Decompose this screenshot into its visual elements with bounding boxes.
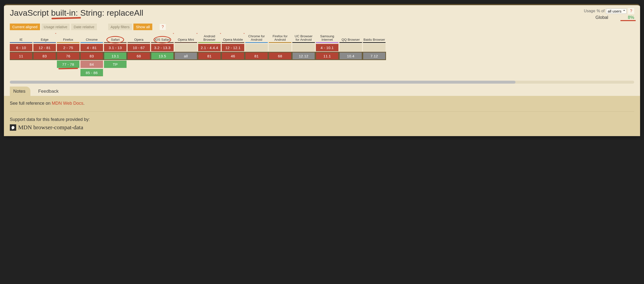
usage-help-button[interactable]: ? bbox=[628, 8, 634, 14]
browser-header[interactable]: UC Browser for Android bbox=[292, 33, 315, 43]
browser-column: UC Browser for Android12.12 bbox=[292, 33, 315, 76]
support-cell[interactable]: 81 bbox=[245, 52, 268, 60]
browser-header[interactable]: Safari bbox=[104, 33, 126, 43]
global-percent: 8% bbox=[628, 15, 634, 20]
browser-header[interactable]: Samsung Internet bbox=[316, 33, 338, 43]
support-cell[interactable]: 13.5 bbox=[151, 52, 174, 60]
support-cell[interactable]: 2 - 75 bbox=[57, 44, 80, 51]
support-cell bbox=[174, 44, 197, 51]
filter-bar: Current aligned Usage relative Date rela… bbox=[10, 24, 634, 30]
mdn-logo-icon bbox=[10, 124, 16, 131]
support-cell[interactable]: 81 bbox=[198, 52, 221, 60]
browser-column: Samsung Internet4 - 10.111.1 bbox=[316, 33, 338, 76]
tab-notes[interactable]: Notes bbox=[10, 86, 30, 96]
mdn-reference-link[interactable]: MDN Web Docs bbox=[52, 101, 84, 106]
caniuse-panel: JavaScript built-in: String: replaceAll … bbox=[4, 4, 640, 136]
support-cell bbox=[292, 44, 315, 51]
support-cell[interactable]: 6 - 10 bbox=[10, 44, 32, 51]
support-cell[interactable]: 12 - 81 bbox=[33, 44, 56, 51]
notes-panel: See full reference on MDN Web Docs. Supp… bbox=[4, 96, 640, 136]
usage-scope-select[interactable]: all users bbox=[606, 8, 626, 14]
filter-date-relative[interactable]: Date relative bbox=[71, 24, 96, 30]
horizontal-scrollbar[interactable] bbox=[10, 81, 634, 84]
filter-current-aligned[interactable]: Current aligned bbox=[10, 24, 40, 30]
support-cell bbox=[269, 44, 291, 51]
support-cell[interactable]: 77 - 78 bbox=[57, 60, 80, 68]
scrollbar-thumb[interactable] bbox=[10, 81, 516, 84]
support-cell[interactable]: 4 - 81 bbox=[80, 44, 103, 51]
support-cell[interactable]: 84 bbox=[80, 60, 103, 68]
apply-filters-button[interactable]: Apply filters bbox=[108, 24, 132, 30]
support-cell[interactable]: all bbox=[174, 52, 197, 60]
support-cell[interactable]: 68 bbox=[128, 52, 150, 60]
browser-header[interactable]: Baidu Browser bbox=[363, 33, 386, 43]
support-cell[interactable]: 76 bbox=[57, 52, 80, 60]
note-asterisk-icon: * bbox=[55, 33, 56, 36]
support-cell bbox=[245, 44, 268, 51]
note-asterisk-icon: * bbox=[244, 33, 245, 36]
support-cell[interactable]: 83 bbox=[33, 52, 56, 60]
browser-header[interactable]: Chrome for Android bbox=[245, 33, 268, 43]
browser-header[interactable]: Chrome bbox=[80, 33, 103, 43]
support-cell[interactable]: 2.1 - 4.4.4 bbox=[198, 44, 221, 51]
feature-title: JavaScript built-in: String: replaceAll bbox=[10, 8, 143, 18]
support-cell[interactable]: 3.1 - 13 bbox=[104, 44, 126, 51]
browser-column: Opera Mobile*12 - 12.146 bbox=[222, 33, 244, 76]
support-cell[interactable]: 11 bbox=[10, 52, 32, 60]
support-cell[interactable]: 12 - 12.1 bbox=[222, 44, 244, 51]
browser-column: Chrome4 - 81838485 - 86 bbox=[80, 33, 103, 76]
browser-column: Android Browser*2.1 - 4.4.481 bbox=[198, 33, 221, 76]
browser-column: Edge*12 - 8183 bbox=[33, 33, 56, 76]
support-cell[interactable]: 12.12 bbox=[292, 52, 315, 60]
support-cell[interactable]: 4 - 10.1 bbox=[316, 44, 338, 51]
browser-header[interactable]: Opera bbox=[128, 33, 150, 43]
support-cell[interactable]: 3.2 - 13.3 bbox=[151, 44, 174, 51]
browser-column: Opera Mini*all bbox=[174, 33, 197, 76]
source-attribution-label: Support data for this feature provided b… bbox=[10, 117, 634, 122]
browser-header[interactable]: Android Browser* bbox=[198, 33, 221, 43]
global-label: Global bbox=[596, 15, 608, 20]
browser-header[interactable]: QQ Browser bbox=[340, 33, 362, 43]
browser-header[interactable]: IE bbox=[10, 33, 32, 43]
support-cell[interactable]: TP bbox=[104, 60, 126, 68]
support-cell[interactable]: 46 bbox=[222, 52, 244, 60]
support-grid: IE6 - 1011Edge*12 - 8183Firefox2 - 75767… bbox=[10, 33, 634, 76]
divider bbox=[10, 111, 634, 112]
filter-usage-relative[interactable]: Usage relative bbox=[42, 24, 70, 30]
support-cell[interactable]: 85 - 86 bbox=[80, 69, 103, 76]
support-cell bbox=[363, 44, 386, 51]
browser-column: QQ Browser10.4 bbox=[340, 33, 362, 76]
browser-column: Firefox2 - 757677 - 78 bbox=[57, 33, 80, 76]
show-all-button[interactable]: Show all bbox=[134, 24, 152, 30]
note-asterisk-icon: * bbox=[196, 33, 198, 36]
browser-column: Safari3.1 - 1313.1TP bbox=[104, 33, 126, 76]
support-cell[interactable]: 10.4 bbox=[340, 52, 362, 60]
support-cell[interactable]: 10 - 67 bbox=[128, 44, 150, 51]
annotation-underline bbox=[58, 68, 78, 69]
reference-line: See full reference on MDN Web Docs. bbox=[10, 101, 634, 106]
support-cell[interactable]: 13.1 bbox=[104, 52, 126, 60]
browser-column: Firefox for Android68 bbox=[269, 33, 291, 76]
source-brand[interactable]: MDN browser-compat-data bbox=[10, 124, 634, 131]
browser-header[interactable]: Opera Mobile* bbox=[222, 33, 244, 43]
usage-label-prefix: Usage bbox=[584, 9, 595, 13]
browser-column: Chrome for Android81 bbox=[245, 33, 268, 76]
browser-header[interactable]: Edge* bbox=[33, 33, 56, 43]
tab-feedback[interactable]: Feedback bbox=[35, 86, 64, 96]
support-cell[interactable]: 68 bbox=[269, 52, 291, 60]
usage-label-suffix: % of bbox=[597, 9, 604, 13]
support-cell[interactable]: 7.12 bbox=[363, 52, 386, 60]
support-cell[interactable]: 11.1 bbox=[316, 52, 338, 60]
browser-column: Opera10 - 6768 bbox=[128, 33, 150, 76]
browser-header[interactable]: Firefox for Android bbox=[269, 33, 291, 43]
support-cell bbox=[340, 44, 362, 51]
browser-header[interactable]: Opera Mini* bbox=[174, 33, 197, 43]
browser-column: Baidu Browser7.12 bbox=[363, 33, 386, 76]
note-asterisk-icon: * bbox=[173, 33, 174, 36]
filters-help-button[interactable]: ? bbox=[160, 24, 166, 30]
annotation-underline bbox=[82, 76, 102, 76]
support-cell[interactable]: 83 bbox=[80, 52, 103, 60]
browser-header[interactable]: iOS Safari* bbox=[151, 33, 174, 43]
browser-header[interactable]: Firefox bbox=[57, 33, 80, 43]
feature-title-text: JavaScript built-in: String: replaceAll bbox=[10, 8, 143, 18]
